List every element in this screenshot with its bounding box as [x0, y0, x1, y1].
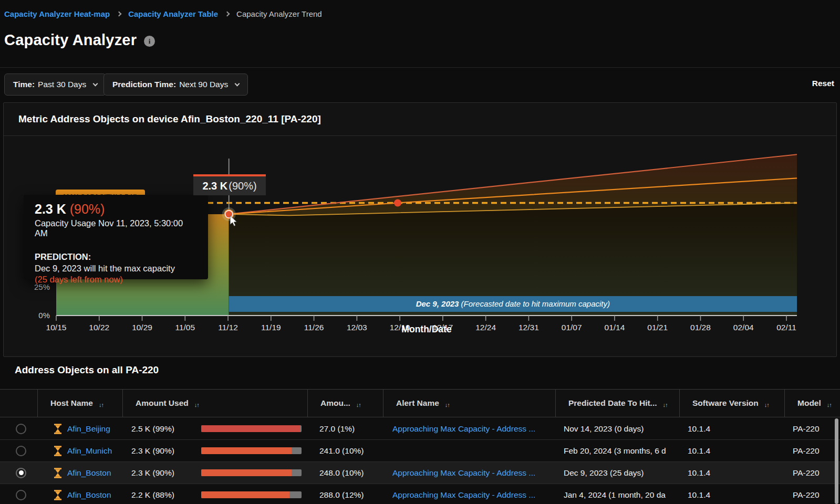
column-header-model[interactable]: Model↓↑	[784, 390, 840, 417]
forecast-hit-dot	[394, 200, 401, 207]
host-name-link[interactable]: Afin_Boston	[67, 490, 111, 500]
table-header-row: Host Name↓↑Amount Used↓↑Amou...↓↑Alert N…	[0, 389, 840, 417]
column-header-software-version[interactable]: Software Version↓↑	[679, 390, 784, 417]
chevron-down-icon	[93, 81, 98, 86]
amount-used-bar	[201, 447, 302, 454]
tooltip-value: 2.3 K	[35, 202, 66, 216]
tooltip-subtitle: Capacity Usage Nov 11, 2023, 5:30:00 AM	[35, 218, 197, 238]
column-header-host-name[interactable]: Host Name↓↑	[37, 390, 122, 417]
chevron-right-icon	[225, 12, 230, 17]
software-version-value: 10.1.4	[679, 462, 784, 484]
table-row[interactable]: Afin_Boston2.3 K (90%)248.0 (10%)Approac…	[0, 462, 840, 484]
sort-icon[interactable]: ↓↑	[194, 402, 199, 408]
sort-icon[interactable]: ↓↑	[445, 402, 450, 408]
amount-used-bar	[201, 491, 302, 498]
hourglass-icon	[54, 424, 62, 434]
time-filter-value: Past 30 Days	[38, 80, 86, 89]
column-header-amount-used[interactable]: Amount Used↓↑	[122, 390, 307, 417]
sort-icon[interactable]: ↓↑	[356, 402, 361, 408]
x-tick-label: 01/07	[562, 323, 582, 332]
reset-button[interactable]: Reset	[812, 79, 834, 88]
forecast-date-band-text: Dec 9, 2023 (Forecasted date to hit maxi…	[416, 299, 610, 308]
time-filter-dropdown[interactable]: Time: Past 30 Days	[4, 74, 106, 96]
table-scrollbar[interactable]	[835, 418, 838, 504]
prediction-filter-value: Next 90 Days	[179, 80, 228, 89]
alert-link[interactable]: Approaching Max Capacity - Address ...	[392, 490, 535, 500]
software-version-value: 10.1.4	[679, 418, 784, 439]
amount-used-value: 2.5 K (99%)	[122, 424, 174, 434]
amount-used-bar	[201, 469, 302, 476]
chevron-right-icon	[117, 12, 122, 17]
amount-used-bar	[201, 425, 302, 432]
sort-icon[interactable]: ↓↑	[764, 402, 769, 408]
filter-bar: Time: Past 30 Days Prediction Time: Next…	[0, 74, 840, 96]
tooltip-percent: (90%)	[70, 202, 105, 216]
x-tick-label: 11/26	[304, 323, 324, 332]
amount-used-value: 2.2 K (88%)	[122, 490, 174, 500]
tooltip-prediction-label: PREDICTION:	[35, 252, 197, 262]
page-title: Capacity Analyzer	[4, 32, 137, 49]
x-tick-label: 02/11	[776, 323, 796, 332]
breadcrumb: Capacity Analyzer Heat-map Capacity Anal…	[4, 9, 322, 18]
tooltip-prediction-text: Dec 9, 2023 will hit the max capacity	[35, 264, 197, 274]
x-tick-label: 11/05	[175, 323, 195, 332]
sort-icon[interactable]: ↓↑	[663, 402, 668, 408]
row-radio[interactable]	[16, 490, 26, 500]
alert-link[interactable]: Approaching Max Capacity - Address ...	[392, 424, 535, 434]
predicted-date-value: Feb 20, 2024 (3 months, 6 d	[555, 440, 679, 461]
capacity-analyzer-page: Capacity Analyzer Heat-map Capacity Anal…	[0, 0, 840, 504]
divider	[0, 67, 840, 68]
table-row[interactable]: Afin_Boston2.2 K (88%)288.0 (12%)Approac…	[0, 484, 840, 504]
x-tick-label: 01/14	[605, 323, 625, 332]
column-header-amou[interactable]: Amou...↓↑	[307, 390, 383, 417]
model-value: PA-220	[784, 484, 840, 504]
chart-title: Metric Address Objects on device Afin_Bo…	[4, 103, 836, 136]
row-radio[interactable]	[16, 468, 26, 478]
x-tick-label: 02/04	[733, 323, 754, 332]
x-tick-label: 12/03	[347, 323, 367, 332]
amount-remaining-value: 27.0 (1%)	[307, 418, 383, 439]
amount-remaining-value: 248.0 (10%)	[307, 462, 383, 484]
prediction-filter-label: Prediction Time:	[112, 80, 176, 89]
sort-icon[interactable]: ↓↑	[827, 402, 832, 408]
info-icon[interactable]: i	[144, 36, 155, 47]
software-version-value: 10.1.4	[679, 484, 784, 504]
breadcrumb-current: Capacity Analyzer Trend	[236, 9, 322, 18]
amount-remaining-value: 241.0 (10%)	[307, 440, 383, 461]
column-header-alert-name[interactable]: Alert Name↓↑	[383, 390, 555, 417]
model-value: PA-220	[784, 418, 840, 439]
row-radio[interactable]	[16, 424, 26, 434]
x-axis-title: Month/Date	[401, 324, 452, 334]
x-tick-label: 12/31	[518, 323, 539, 332]
x-tick-label: 10/15	[46, 323, 67, 332]
predicted-date-value: Dec 9, 2023 (25 days)	[555, 462, 679, 484]
x-tick-label: 10/22	[89, 323, 109, 332]
column-header-predicted-date-to-hit[interactable]: Predicted Date To Hit...↓↑	[555, 390, 679, 417]
breadcrumb-table-link[interactable]: Capacity Analyzer Table	[128, 9, 218, 18]
x-tick-label: 11/12	[218, 323, 238, 332]
host-name-link[interactable]: Afin_Beijing	[67, 424, 110, 434]
chart-panel: Metric Address Objects on device Afin_Bo…	[3, 102, 837, 357]
x-tick-label: 01/28	[690, 323, 711, 332]
row-radio[interactable]	[16, 446, 26, 456]
host-name-link[interactable]: Afin_Munich	[67, 446, 112, 456]
tooltip-days-left: (25 days left from now)	[35, 275, 197, 285]
hourglass-icon	[54, 468, 62, 478]
alert-link[interactable]: Approaching Max Capacity - Address ...	[392, 468, 535, 478]
table-row[interactable]: Afin_Beijing2.5 K (99%)27.0 (1%)Approach…	[0, 418, 840, 440]
hourglass-icon	[54, 446, 62, 456]
host-name-link[interactable]: Afin_Boston	[67, 468, 111, 478]
chart-tooltip: 2.3 K (90%) Capacity Usage Nov 11, 2023,…	[24, 195, 208, 279]
sort-icon[interactable]: ↓↑	[99, 402, 103, 408]
column-header-select	[0, 390, 37, 417]
table-row[interactable]: Afin_Munich2.3 K (90%)241.0 (10%)Feb 20,…	[0, 440, 840, 462]
y-tick-label: 0%	[38, 311, 50, 320]
predicted-date-value: Nov 14, 2023 (0 days)	[555, 418, 679, 439]
chevron-down-icon	[235, 81, 240, 86]
breadcrumb-heatmap-link[interactable]: Capacity Analyzer Heat-map	[4, 9, 110, 18]
table-body: Afin_Beijing2.5 K (99%)27.0 (1%)Approach…	[0, 418, 840, 504]
amount-used-value: 2.3 K (90%)	[122, 446, 174, 456]
amount-used-value: 2.3 K (90%)	[122, 468, 174, 478]
time-filter-label: Time:	[13, 80, 35, 89]
prediction-time-filter-dropdown[interactable]: Prediction Time: Next 90 Days	[103, 74, 248, 96]
